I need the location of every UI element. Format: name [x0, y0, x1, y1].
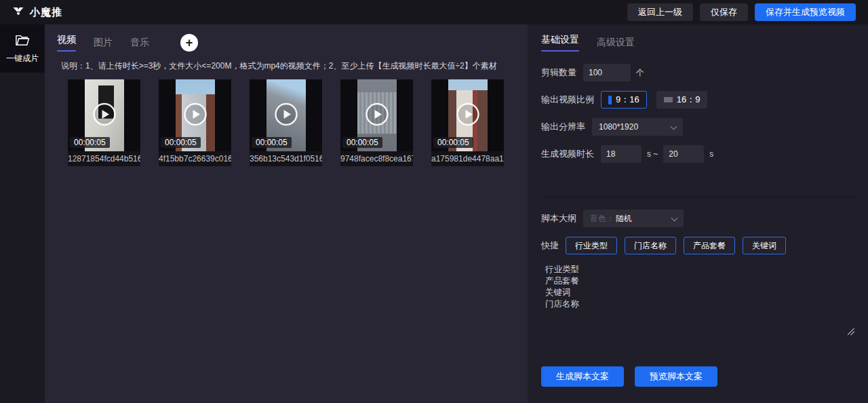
video-card[interactable]: 00:00:05 356b13c543d1f0516...: [250, 79, 322, 166]
duration-separator: s ~: [647, 149, 658, 159]
play-icon[interactable]: [456, 102, 480, 129]
media-panel: 视频 图片 音乐 + 说明：1、请上传时长>=3秒，文件大小<=200M，格式为…: [45, 24, 528, 403]
video-list: 00:00:05 12871854fcd44b516... 00:00:05 4…: [68, 79, 528, 166]
video-filename: 12871854fcd44b516...: [68, 151, 140, 166]
video-filename: 4f15bb7c26639c016...: [159, 151, 231, 166]
clip-count-unit: 个: [636, 67, 644, 79]
duration-unit: s: [709, 149, 713, 159]
duration-badge: 00:00:05: [70, 137, 110, 148]
resolution-label: 输出分辨率: [541, 121, 585, 133]
resolution-select[interactable]: 1080*1920: [592, 118, 683, 136]
tab-music[interactable]: 音乐: [130, 37, 149, 49]
tab-image[interactable]: 图片: [94, 37, 113, 49]
voice-value: 随机: [616, 213, 632, 225]
script-outline-label: 脚本大纲: [541, 212, 576, 225]
resolution-value: 1080*1920: [599, 122, 638, 132]
voice-prefix: 音色：: [590, 213, 614, 225]
script-actions: 生成脚本文案 预览脚本文案: [541, 366, 856, 387]
video-thumbnail: 00:00:05: [340, 79, 413, 151]
script-outline-textarea[interactable]: 行业类型 产品套餐 关键词 门店名称: [541, 263, 856, 334]
tab-advanced-settings[interactable]: 高级设置: [597, 37, 635, 49]
duration-badge: 00:00:05: [433, 137, 473, 148]
video-filename: a175981de4478aa1...: [431, 151, 504, 166]
duration-min-input[interactable]: [601, 145, 642, 163]
duration-badge: 00:00:05: [161, 137, 201, 148]
play-icon[interactable]: [92, 102, 117, 129]
chevron-down-icon: [671, 215, 678, 222]
duration-badge: 00:00:05: [252, 137, 292, 148]
section-divider: [541, 197, 856, 197]
clip-count-label: 剪辑数量: [541, 66, 576, 79]
video-card[interactable]: 00:00:05 4f15bb7c26639c016...: [159, 79, 231, 166]
shortcut-industry-type[interactable]: 行业类型: [566, 237, 617, 254]
folder-icon: [15, 33, 30, 49]
ratio-option-16-9[interactable]: 16：9: [656, 91, 708, 109]
shortcut-keywords[interactable]: 关键词: [743, 237, 786, 254]
voice-select[interactable]: 音色： 随机: [583, 210, 684, 227]
sidebar-item-label: 一键成片: [6, 53, 39, 64]
ratio-option-label: 9：16: [616, 94, 639, 106]
sidebar-item-one-click-video[interactable]: 一键成片: [0, 24, 45, 73]
clip-count-input[interactable]: [583, 64, 631, 81]
ratio-label: 输出视频比例: [541, 94, 594, 106]
topbar: 小魔推 返回上一级 仅保存 保存并生成预览视频: [0, 0, 868, 24]
app-title: 小魔推: [30, 6, 62, 19]
ratio-option-9-16[interactable]: 9：16: [601, 91, 647, 109]
resize-handle-icon[interactable]: [848, 328, 854, 335]
duration-max-input[interactable]: [663, 145, 704, 163]
upload-note: 说明：1、请上传时长>=3秒，文件大小<=200M，格式为mp4的视频文件；2、…: [49, 60, 528, 72]
video-thumbnail: 00:00:05: [159, 79, 231, 151]
portrait-icon: [608, 96, 612, 104]
settings-panel: 基础设置 高级设置 剪辑数量 个 输出视频比例 9：16 16：9 输出分辨率 …: [528, 24, 868, 403]
save-only-button[interactable]: 仅保存: [700, 3, 748, 21]
save-generate-button[interactable]: 保存并生成预览视频: [755, 3, 856, 21]
video-thumbnail: 00:00:05: [250, 79, 322, 151]
chevron-down-icon: [671, 123, 677, 130]
video-thumbnail: 00:00:05: [68, 79, 140, 151]
back-button[interactable]: 返回上一级: [627, 3, 693, 21]
script-outline-area: 行业类型 产品套餐 关键词 门店名称: [541, 263, 856, 337]
video-filename: 9748facec8f8cea167...: [340, 151, 413, 166]
video-filename: 356b13c543d1f0516...: [250, 151, 322, 166]
video-card[interactable]: 00:00:05 9748facec8f8cea167...: [340, 79, 413, 166]
play-icon[interactable]: [365, 102, 389, 129]
shortcut-product-package[interactable]: 产品套餐: [684, 237, 735, 254]
generate-script-button[interactable]: 生成脚本文案: [541, 366, 624, 387]
logo-icon: [12, 5, 24, 20]
video-card[interactable]: 00:00:05 12871854fcd44b516...: [68, 79, 140, 166]
app-logo: 小魔推: [12, 5, 62, 20]
preview-script-button[interactable]: 预览脚本文案: [635, 366, 717, 387]
tab-basic-settings[interactable]: 基础设置: [541, 34, 579, 52]
shortcut-label: 快捷: [541, 239, 559, 252]
landscape-icon: [664, 97, 673, 102]
add-material-button[interactable]: +: [180, 34, 198, 52]
play-icon[interactable]: [183, 102, 208, 129]
sidebar: 一键成片: [0, 24, 45, 403]
shortcut-store-name[interactable]: 门店名称: [625, 237, 676, 254]
video-duration-label: 生成视频时长: [541, 148, 594, 160]
ratio-option-label: 16：9: [677, 94, 701, 106]
video-thumbnail: 00:00:05: [431, 79, 504, 151]
tab-video[interactable]: 视频: [57, 34, 76, 52]
settings-tabs: 基础设置 高级设置: [541, 34, 856, 52]
duration-badge: 00:00:05: [342, 137, 382, 148]
video-card[interactable]: 00:00:05 a175981de4478aa1...: [431, 79, 504, 166]
media-tabs: 视频 图片 音乐 +: [57, 34, 528, 52]
play-icon[interactable]: [274, 102, 298, 129]
